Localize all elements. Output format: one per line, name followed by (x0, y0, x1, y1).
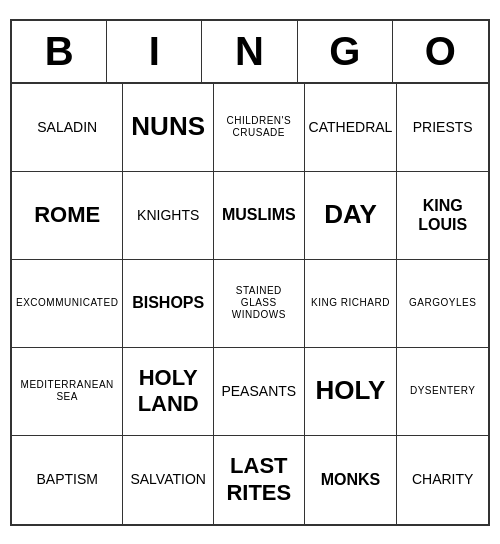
header-letter: N (202, 21, 297, 82)
cell-text: DAY (324, 199, 377, 230)
bingo-cell: KING RICHARD (305, 260, 398, 348)
header-letter: O (393, 21, 488, 82)
bingo-cell: LAST RITES (214, 436, 305, 524)
cell-text: GARGOYLES (409, 297, 476, 309)
bingo-cell: KNIGHTS (123, 172, 214, 260)
cell-text: NUNS (131, 111, 205, 142)
bingo-cell: PEASANTS (214, 348, 305, 436)
cell-text: CATHEDRAL (309, 119, 393, 136)
bingo-cell: SALADIN (12, 84, 123, 172)
bingo-cell: CHILDREN'S CRUSADE (214, 84, 305, 172)
bingo-cell: MEDITERRANEAN SEA (12, 348, 123, 436)
bingo-cell: MUSLIMS (214, 172, 305, 260)
bingo-cell: DAY (305, 172, 398, 260)
cell-text: STAINED GLASS WINDOWS (218, 285, 300, 321)
header-letter: G (298, 21, 393, 82)
bingo-cell: BISHOPS (123, 260, 214, 348)
cell-text: ROME (34, 202, 100, 228)
bingo-card: BINGO SALADINNUNSCHILDREN'S CRUSADECATHE… (10, 19, 490, 526)
cell-text: HOLY (316, 375, 386, 406)
bingo-cell: HOLY LAND (123, 348, 214, 436)
cell-text: EXCOMMUNICATED (16, 297, 118, 309)
cell-text: BAPTISM (36, 471, 97, 488)
bingo-cell: NUNS (123, 84, 214, 172)
bingo-cell: HOLY (305, 348, 398, 436)
cell-text: KING LOUIS (401, 196, 484, 234)
cell-text: LAST RITES (218, 453, 300, 506)
bingo-grid: SALADINNUNSCHILDREN'S CRUSADECATHEDRALPR… (12, 84, 488, 524)
cell-text: SALVATION (130, 471, 205, 488)
bingo-cell: KING LOUIS (397, 172, 488, 260)
header-letter: B (12, 21, 107, 82)
cell-text: MEDITERRANEAN SEA (16, 379, 118, 403)
cell-text: KNIGHTS (137, 207, 199, 224)
cell-text: DYSENTERY (410, 385, 475, 397)
bingo-cell: PRIESTS (397, 84, 488, 172)
bingo-cell: DYSENTERY (397, 348, 488, 436)
bingo-cell: MONKS (305, 436, 398, 524)
cell-text: MONKS (321, 470, 381, 489)
cell-text: HOLY LAND (127, 365, 209, 418)
cell-text: PEASANTS (221, 383, 296, 400)
cell-text: PRIESTS (413, 119, 473, 136)
bingo-cell: ROME (12, 172, 123, 260)
cell-text: CHARITY (412, 471, 473, 488)
bingo-cell: CHARITY (397, 436, 488, 524)
bingo-cell: GARGOYLES (397, 260, 488, 348)
cell-text: KING RICHARD (311, 297, 390, 309)
cell-text: MUSLIMS (222, 205, 296, 224)
cell-text: SALADIN (37, 119, 97, 136)
bingo-cell: STAINED GLASS WINDOWS (214, 260, 305, 348)
bingo-header: BINGO (12, 21, 488, 84)
bingo-cell: EXCOMMUNICATED (12, 260, 123, 348)
cell-text: BISHOPS (132, 293, 204, 312)
header-letter: I (107, 21, 202, 82)
bingo-cell: CATHEDRAL (305, 84, 398, 172)
bingo-cell: SALVATION (123, 436, 214, 524)
bingo-cell: BAPTISM (12, 436, 123, 524)
cell-text: CHILDREN'S CRUSADE (218, 115, 300, 139)
